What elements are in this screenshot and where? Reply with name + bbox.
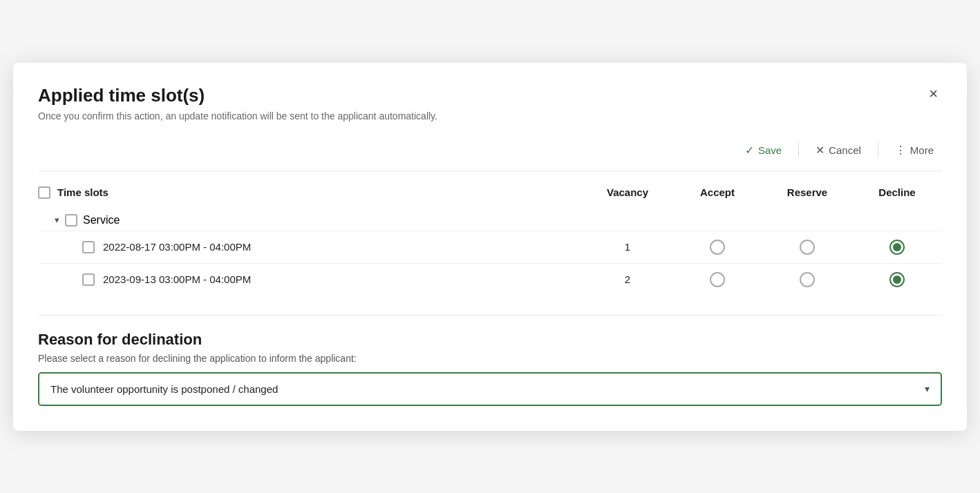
service-row-left: ▾ Service (55, 214, 583, 226)
close-button[interactable]: × (925, 85, 942, 103)
declination-title: Reason for declination (38, 331, 942, 349)
col-header-vacancy: Vacancy (583, 186, 672, 198)
slot-1-accept-cell (672, 240, 762, 255)
col-header-reserve: Reserve (762, 186, 852, 198)
slot-1-accept-radio[interactable] (710, 240, 725, 255)
modal-subtitle: Once you confirm this action, an update … (38, 110, 942, 122)
save-button[interactable]: ✓ Save (737, 141, 790, 160)
slot-1-reserve-radio[interactable] (800, 240, 815, 255)
chevron-down-icon[interactable]: ▾ (55, 215, 59, 225)
cancel-label: Cancel (829, 144, 861, 156)
slot-1-decline-cell (852, 240, 942, 255)
section-divider (38, 315, 942, 316)
slot-2-reserve-radio[interactable] (800, 272, 815, 287)
cancel-button[interactable]: ✕ Cancel (807, 141, 869, 160)
slot-2-vacancy: 2 (583, 273, 672, 285)
modal-header: Applied time slot(s) × (38, 85, 942, 106)
service-checkbox[interactable] (65, 214, 77, 226)
modal: Applied time slot(s) × Once you confirm … (13, 63, 967, 431)
table-header: Time slots Vacancy Accept Reserve Declin… (38, 186, 942, 204)
slot-2-accept-radio[interactable] (710, 272, 725, 287)
declination-subtitle: Please select a reason for declining the… (38, 353, 942, 364)
declination-select-wrapper: The volunteer opportunity is postponed /… (38, 372, 942, 406)
more-label: More (910, 144, 934, 156)
slot-2-time: 2023-09-13 03:00PM - 04:00PM (103, 273, 251, 285)
checkmark-icon: ✓ (745, 144, 754, 157)
table-row: 2023-09-13 03:00PM - 04:00PM 2 (38, 263, 942, 296)
slot-2-reserve-cell (762, 272, 852, 287)
slot-1-time: 2022-08-17 03:00PM - 04:00PM (103, 241, 251, 253)
save-label: Save (758, 144, 782, 156)
slot-2-decline-cell (852, 272, 942, 287)
slot-row-1-left: 2022-08-17 03:00PM - 04:00PM (82, 241, 583, 253)
slot-1-decline-radio[interactable] (889, 240, 905, 255)
toolbar: ✓ Save ✕ Cancel ⋮ More (38, 141, 942, 171)
declination-section: Reason for declination Please select a r… (38, 331, 942, 406)
service-label: Service (83, 214, 120, 226)
col-header-accept: Accept (672, 186, 762, 198)
slot-2-accept-cell (672, 272, 762, 287)
toolbar-divider-1 (798, 142, 799, 157)
slot-2-checkbox[interactable] (82, 273, 95, 286)
service-group-row: ▾ Service (38, 207, 942, 231)
toolbar-divider-2 (878, 142, 878, 157)
modal-title: Applied time slot(s) (38, 85, 205, 106)
table-row: 2022-08-17 03:00PM - 04:00PM 1 (38, 231, 942, 263)
select-all-checkbox[interactable] (38, 186, 50, 199)
col-header-decline: Decline (852, 186, 942, 198)
slot-row-2-left: 2023-09-13 03:00PM - 04:00PM (82, 273, 583, 286)
slot-1-vacancy: 1 (583, 241, 672, 253)
col-header-timeslots: Time slots (38, 186, 583, 199)
dots-icon: ⋮ (895, 144, 906, 157)
more-button[interactable]: ⋮ More (887, 141, 942, 160)
slot-2-decline-radio[interactable] (889, 272, 905, 287)
col-label-timeslots: Time slots (57, 186, 109, 198)
slot-1-checkbox[interactable] (82, 241, 95, 253)
declination-select[interactable]: The volunteer opportunity is postponed /… (39, 374, 941, 405)
slot-1-reserve-cell (762, 240, 852, 255)
x-icon: ✕ (816, 144, 824, 157)
